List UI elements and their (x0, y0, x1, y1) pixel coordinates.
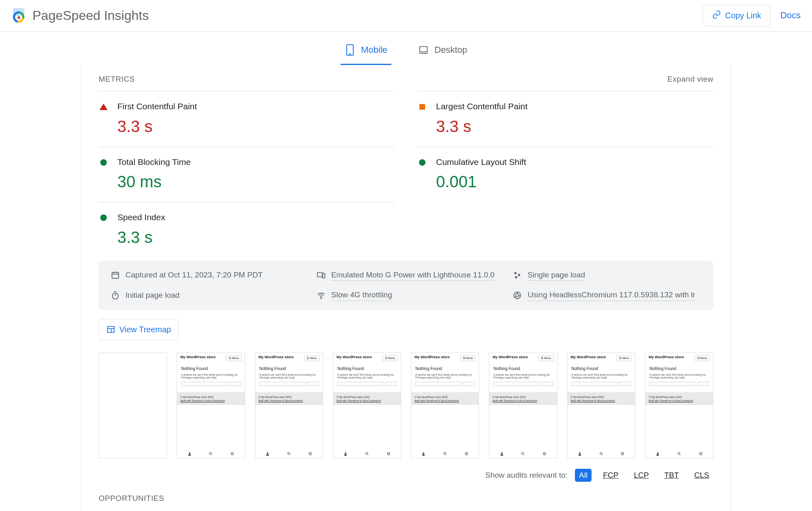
svg-point-19 (366, 452, 368, 454)
filmstrip-frame[interactable] (99, 353, 167, 458)
pass-circle-icon (99, 213, 108, 223)
thumb-menu: ☰ Menu (460, 355, 475, 361)
env-text: Emulated Moto G Power with Lighthouse 11… (331, 270, 495, 281)
thumb-heading: Nothing Found (572, 366, 631, 372)
tab-mobile[interactable]: Mobile (341, 38, 391, 65)
svg-point-23 (522, 452, 524, 454)
env-throttle[interactable]: Slow 4G throttling (317, 290, 505, 301)
filmstrip-frame[interactable]: My WordPress store☰ Menu Nothing FoundIt… (177, 353, 245, 458)
treemap-icon (106, 325, 115, 334)
env-text: Using HeadlessChromium 117.0.5938.132 wi… (527, 290, 695, 301)
user-icon (188, 452, 192, 456)
search-icon (209, 452, 213, 456)
metrics-grid: First Contentful Paint 3.3 s Largest Con… (99, 91, 713, 257)
svg-point-18 (345, 452, 346, 453)
thumb-foot2: Built with Storefront & WooCommerce (180, 399, 241, 403)
metric-value: 3.3 s (436, 115, 713, 138)
thumb-para: It seems we can't find what you're looki… (415, 373, 475, 379)
env-load[interactable]: Single page load (513, 270, 701, 281)
filmstrip-frame[interactable]: My WordPress store☰ Menu Nothing FoundIt… (333, 353, 401, 458)
filmstrip-frame[interactable]: My WordPress store☰ Menu Nothing FoundIt… (489, 353, 557, 458)
env-navigation: Initial page load (111, 290, 309, 301)
thumb-title: My WordPress store (337, 355, 372, 359)
view-treemap-button[interactable]: View Treemap (99, 319, 179, 340)
svg-point-21 (444, 452, 446, 454)
desktop-icon (418, 44, 429, 56)
devices-icon (317, 271, 326, 279)
thumb-heading: Nothing Found (650, 366, 709, 372)
search-icon (365, 452, 369, 456)
cart-icon (464, 452, 469, 456)
copy-link-label: Copy Link (725, 11, 761, 20)
thumb-menu: ☰ Menu (695, 355, 710, 361)
user-icon (500, 452, 504, 456)
tab-desktop-label: Desktop (434, 44, 467, 56)
svg-point-7 (518, 274, 520, 277)
filmstrip-frame[interactable]: My WordPress store☰ Menu Nothing FoundIt… (255, 353, 323, 458)
brand: PageSpeed Insights (11, 6, 149, 25)
filter-cls[interactable]: CLS (690, 469, 713, 482)
svg-point-20 (423, 452, 424, 453)
cart-icon (699, 452, 703, 456)
metric-tbt: Total Blocking Time 30 ms (99, 147, 395, 202)
filmstrip-frame[interactable]: My WordPress store☰ Menu Nothing FoundIt… (645, 353, 713, 458)
metric-fcp: First Contentful Paint 3.3 s (99, 91, 395, 146)
user-icon (343, 452, 348, 456)
calendar-icon (111, 271, 120, 279)
filter-all[interactable]: All (575, 469, 592, 482)
average-square-icon (417, 102, 427, 112)
view-treemap-label: View Treemap (119, 325, 171, 334)
thumb-heading: Nothing Found (259, 366, 319, 372)
svg-point-27 (678, 452, 680, 454)
thumb-foot2: Built with Storefront & WooCommerce (649, 399, 710, 403)
metric-value: 3.3 s (117, 226, 395, 249)
svg-point-22 (501, 452, 502, 453)
thumb-foot1: © My WordPress store 2023 (337, 395, 397, 399)
thumb-foot2: Built with Storefront & WooCommerce (571, 399, 632, 403)
app-title: PageSpeed Insights (32, 6, 149, 25)
thumb-foot1: © My WordPress store 2023 (649, 395, 710, 399)
svg-point-24 (579, 452, 580, 453)
tab-desktop[interactable]: Desktop (414, 38, 471, 65)
metrics-heading: METRICS (99, 74, 135, 85)
thumb-title: My WordPress store (259, 355, 294, 359)
env-device[interactable]: Emulated Moto G Power with Lighthouse 11… (317, 270, 505, 281)
metric-value: 30 ms (117, 170, 395, 193)
user-icon (421, 452, 425, 456)
search-icon (287, 452, 291, 456)
metric-value: 0.001 (436, 170, 713, 193)
copy-link-button[interactable]: Copy Link (703, 5, 771, 26)
env-text: Initial page load (125, 290, 179, 301)
docs-link[interactable]: Docs (780, 9, 801, 22)
svg-point-15 (209, 452, 212, 454)
svg-point-17 (287, 452, 289, 454)
metric-cls: Cumulative Layout Shift 0.001 (417, 147, 713, 202)
filmstrip-frame[interactable]: My WordPress store☰ Menu Nothing FoundIt… (567, 353, 635, 458)
thumb-title: My WordPress store (492, 355, 528, 359)
cart-icon (620, 452, 624, 456)
filmstrip-frame[interactable]: My WordPress store☰ Menu Nothing FoundIt… (411, 353, 479, 458)
header-actions: Copy Link Docs (703, 5, 801, 26)
thumb-para: It seems we can't find what you're looki… (572, 373, 631, 379)
expand-view-toggle[interactable]: Expand view (667, 74, 713, 85)
cart-icon (387, 452, 391, 456)
svg-rect-3 (112, 273, 119, 279)
thumb-foot2: Built with Storefront & WooCommerce (337, 399, 397, 403)
filter-tbt[interactable]: TBT (660, 469, 683, 482)
thumb-heading: Nothing Found (337, 366, 397, 372)
metric-label: Total Blocking Time (117, 156, 395, 168)
tabs: Mobile Desktop (0, 32, 812, 65)
filter-fcp[interactable]: FCP (599, 469, 622, 482)
thumb-para: It seems we can't find what you're looki… (259, 373, 319, 379)
env-text: Slow 4G throttling (331, 290, 392, 301)
env-browser[interactable]: Using HeadlessChromium 117.0.5938.132 wi… (513, 290, 701, 301)
thumb-foot1: © My WordPress store 2023 (180, 395, 241, 399)
tab-mobile-label: Mobile (361, 44, 387, 56)
svg-point-9 (112, 293, 119, 299)
metric-lcp: Largest Contentful Paint 3.3 s (417, 91, 713, 146)
svg-point-25 (600, 452, 602, 454)
user-icon (656, 452, 660, 456)
metric-label: Speed Index (117, 211, 395, 223)
pagespeed-logo-icon (11, 8, 26, 23)
filter-lcp[interactable]: LCP (630, 469, 653, 482)
